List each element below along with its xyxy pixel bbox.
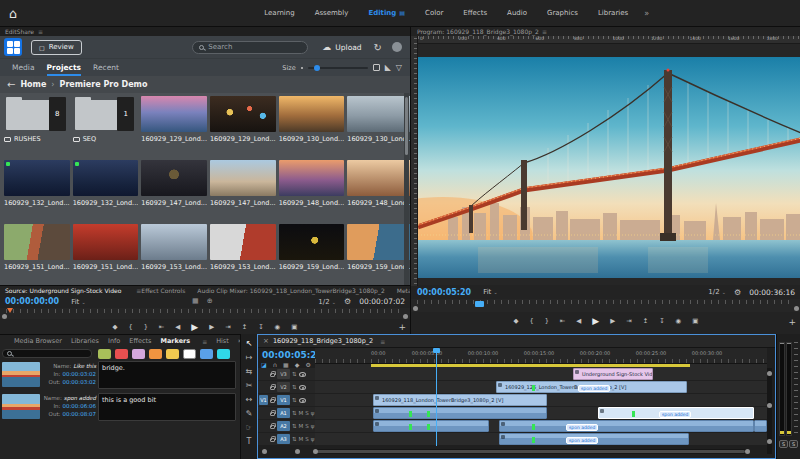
- marker-color-swatch[interactable]: [115, 349, 128, 359]
- program-step-forward-button[interactable]: ▶: [610, 317, 615, 325]
- track-visibility-icon[interactable]: [299, 372, 306, 377]
- track-target-v1[interactable]: V1: [277, 395, 290, 405]
- workspace-tab-editing[interactable]: Editing▤: [358, 0, 415, 26]
- lock-icon[interactable]: [270, 438, 275, 442]
- source-playhead[interactable]: [7, 308, 13, 313]
- track-lane-a1[interactable]: spon added: [315, 407, 767, 419]
- marker-color-swatch[interactable]: [166, 349, 179, 359]
- track-target-a2[interactable]: A2: [277, 421, 290, 431]
- vscroll-handle[interactable]: [767, 371, 772, 376]
- media-clip-item[interactable]: 160929_153_Lond...: [141, 224, 207, 286]
- media-clip-item[interactable]: 160929_129_Lond...: [141, 96, 207, 158]
- review-button[interactable]: ▢ Review: [31, 40, 82, 55]
- source-patch-v1[interactable]: V1: [259, 395, 268, 405]
- program-lift-button[interactable]: ↥: [643, 317, 648, 325]
- media-clip-item[interactable]: 160929_130_Lond...: [279, 96, 345, 158]
- program-settings-icon[interactable]: ⚙: [734, 288, 741, 297]
- workspace-tab-libraries[interactable]: Libraries: [588, 0, 638, 26]
- slip-tool[interactable]: ↔: [246, 395, 253, 404]
- sync-lock-icon[interactable]: ⇅: [292, 423, 297, 429]
- voiceover-record-icon[interactable]: ψ: [311, 410, 315, 416]
- marker-color-swatch[interactable]: [183, 349, 196, 359]
- scroll-handle-right[interactable]: [794, 306, 799, 311]
- mute-button[interactable]: M: [299, 410, 304, 416]
- refresh-icon[interactable]: ↻: [374, 42, 382, 53]
- tab-libraries[interactable]: Libraries: [71, 337, 99, 345]
- snap-icon[interactable]: ∩: [273, 361, 277, 368]
- program-comparison-view-button[interactable]: ▣: [692, 317, 698, 325]
- tab-hist[interactable]: Hist: [216, 337, 229, 345]
- timeline-clip[interactable]: spon added: [598, 407, 754, 419]
- track-lane-a3[interactable]: spon added: [315, 433, 767, 445]
- selection-tool[interactable]: ↖: [246, 339, 253, 348]
- solo-left-button[interactable]: S: [779, 440, 788, 448]
- marker-color-swatch[interactable]: [217, 349, 230, 359]
- panel-menu-icon[interactable]: ≡: [542, 28, 547, 35]
- avatar[interactable]: [392, 42, 402, 52]
- tab-recent[interactable]: Recent: [93, 59, 119, 76]
- timeline-clip[interactable]: spon added: [499, 420, 754, 432]
- panel-menu-icon[interactable]: ≡: [38, 28, 43, 35]
- program-timecode[interactable]: 00:00:05:20: [417, 288, 471, 297]
- workspace-menu-icon[interactable]: ▤: [399, 9, 405, 16]
- source-lift-button[interactable]: ↥: [242, 323, 247, 331]
- source-step-back-button[interactable]: ◀: [175, 323, 180, 331]
- source-go-to-in-button[interactable]: ⇤: [159, 323, 164, 331]
- source-resolution-select[interactable]: 1/2 ⌄: [318, 298, 336, 306]
- tab-media-browser[interactable]: Media Browser: [14, 337, 62, 345]
- sync-lock-icon[interactable]: ⇅: [292, 397, 297, 403]
- media-clip-item[interactable]: 160929_153_Lond...: [210, 224, 276, 286]
- workspace-tab-color[interactable]: Color: [415, 0, 453, 26]
- source-play-button[interactable]: ▶: [191, 322, 198, 332]
- size-slider-knob[interactable]: [314, 65, 320, 71]
- sync-lock-icon[interactable]: ⇅: [292, 371, 297, 377]
- media-clip-item[interactable]: 160929_148_Lond...: [279, 160, 345, 222]
- mute-button[interactable]: M: [299, 423, 304, 429]
- zoom-handle[interactable]: [295, 449, 300, 454]
- button-editor-plus[interactable]: +: [788, 317, 796, 327]
- marker-color-swatch[interactable]: [200, 349, 213, 359]
- timeline-clip[interactable]: Underground Sign-Stock Video: [573, 368, 653, 380]
- track-lane-v3[interactable]: Underground Sign-Stock Video: [315, 368, 767, 380]
- timeline-horizontal-scrollbar[interactable]: [315, 449, 747, 454]
- source-export-frame-button[interactable]: ◉: [275, 323, 281, 331]
- program-panel-tab[interactable]: Program: 160929_118_Bridge3_1080p_2≡: [411, 27, 800, 36]
- media-clip-item[interactable]: 160929_147_Lond...: [141, 160, 207, 222]
- scroll-handle-left[interactable]: [413, 306, 418, 311]
- editshare-logo-icon[interactable]: [4, 38, 22, 56]
- source-mark-out-button[interactable]: }: [144, 323, 148, 331]
- solo-button[interactable]: S: [305, 423, 309, 429]
- source-step-forward-button[interactable]: ▶: [209, 323, 214, 331]
- close-icon[interactable]: ×: [263, 337, 269, 345]
- ripple-edit-tool[interactable]: ⇆: [246, 367, 253, 376]
- breadcrumb-home[interactable]: Home: [20, 80, 46, 89]
- markers-search-input[interactable]: [2, 349, 92, 358]
- source-patch-a1[interactable]: [259, 408, 268, 418]
- grid-scrollbar[interactable]: [404, 93, 409, 285]
- program-mark-in-button[interactable]: {: [530, 317, 534, 325]
- workspace-tab-learning[interactable]: Learning: [254, 0, 304, 26]
- track-target-a3[interactable]: A3: [277, 434, 290, 444]
- source-patch-v3[interactable]: [259, 369, 268, 379]
- source-add-marker-button[interactable]: ◆: [113, 323, 118, 331]
- track-lane-a2[interactable]: spon added: [315, 420, 767, 432]
- timeline-playhead[interactable]: [436, 349, 437, 446]
- track-select-forward-tool[interactable]: ↦: [246, 353, 253, 362]
- track-lane-v1[interactable]: 160929_118_London_TowerBridge3_1080p_2 […: [315, 394, 767, 406]
- media-clip-item[interactable]: 160929_132_Lond...: [4, 160, 70, 222]
- marker-comment-box[interactable]: this is a good bit: [98, 393, 236, 421]
- marker-list-item[interactable]: Name:Like thisIn:00:00:03:02Out:00:00:03…: [0, 361, 96, 391]
- workspace-tab-graphics[interactable]: Graphics: [537, 0, 588, 26]
- scroll-handle-left[interactable]: [313, 449, 318, 454]
- timeline-clip[interactable]: 160929_126_London_TowerBridge3_1080p_2 […: [496, 381, 687, 393]
- timeline-clip[interactable]: 160929_118_London_TowerBridge3_1080p_2 […: [373, 394, 547, 406]
- solo-right-button[interactable]: S: [789, 440, 798, 448]
- program-play-button[interactable]: ▶: [592, 316, 599, 326]
- timeline-ruler[interactable]: 00:0000:00:05:0000:00:10:0000:00:15:0000…: [315, 348, 767, 364]
- source-comparison-view-button[interactable]: ▣: [291, 323, 297, 331]
- timeline-clip[interactable]: [373, 420, 489, 432]
- source-patch-a3[interactable]: [259, 434, 268, 444]
- source-patch-a2[interactable]: [259, 421, 268, 431]
- sync-lock-icon[interactable]: ⇅: [292, 384, 297, 390]
- marker-color-swatch[interactable]: [98, 349, 111, 359]
